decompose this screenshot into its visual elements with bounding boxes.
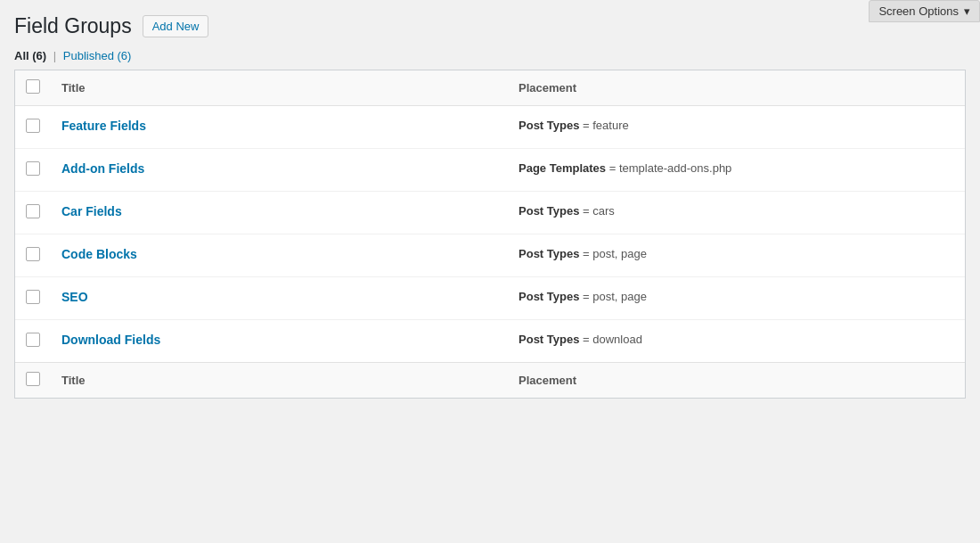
row-checkbox-cell-add-on-fields	[15, 149, 51, 192]
field-groups-table-container: Title Placement Feature Fields Post Type…	[14, 70, 966, 399]
header-placement-cell: Placement	[508, 70, 965, 106]
row-checkbox-cell-download-fields	[15, 320, 51, 363]
footer-title-cell: Title	[51, 363, 508, 399]
row-placement-text-code-blocks: Post Types = post, page	[519, 247, 647, 260]
row-checkbox-cell-feature-fields	[15, 106, 51, 149]
row-placement-text-add-on-fields: Page Templates = template-add-ons.php	[519, 161, 731, 175]
header-title-cell: Title	[51, 70, 508, 106]
row-placement-text-car-fields: Post Types = cars	[519, 204, 615, 218]
footer-placement-cell: Placement	[508, 363, 965, 399]
row-title-link-code-blocks[interactable]: Code Blocks	[61, 247, 137, 261]
row-placement-cell-seo: Post Types = post, page	[508, 277, 965, 320]
screen-options-bar: Screen Options ▾	[869, 0, 980, 22]
row-title-cell-feature-fields: Feature Fields	[51, 106, 508, 149]
filter-separator: |	[53, 49, 56, 62]
table-row: Download Fields Post Types = download	[15, 320, 965, 363]
row-checkbox-cell-car-fields	[15, 192, 51, 234]
table-row: Feature Fields Post Types = feature	[15, 106, 965, 149]
row-title-link-seo[interactable]: SEO	[61, 290, 88, 304]
table-header-row: Title Placement	[15, 70, 965, 106]
select-all-checkbox[interactable]	[26, 79, 40, 94]
row-title-cell-car-fields: Car Fields	[51, 192, 508, 234]
page-wrapper: Screen Options ▾ Field Groups Add New Al…	[0, 0, 980, 409]
row-title-link-feature-fields[interactable]: Feature Fields	[61, 119, 146, 133]
filter-published[interactable]: Published (6)	[63, 49, 132, 62]
header-row: Field Groups Add New	[14, 14, 966, 38]
filter-row: All (6) | Published (6)	[14, 49, 966, 62]
row-checkbox-seo[interactable]	[26, 290, 40, 304]
row-title-cell-seo: SEO	[51, 277, 508, 320]
table-row: Code Blocks Post Types = post, page	[15, 234, 965, 277]
screen-options-arrow-icon: ▾	[964, 4, 970, 18]
row-checkbox-cell-code-blocks	[15, 234, 51, 277]
table-footer-row: Title Placement	[15, 363, 965, 399]
row-placement-text-download-fields: Post Types = download	[519, 333, 642, 346]
row-placement-cell-download-fields: Post Types = download	[508, 320, 965, 363]
row-placement-cell-add-on-fields: Page Templates = template-add-ons.php	[508, 149, 965, 192]
row-title-link-add-on-fields[interactable]: Add-on Fields	[61, 161, 144, 176]
header-checkbox-cell	[15, 70, 51, 106]
table-row: SEO Post Types = post, page	[15, 277, 965, 320]
screen-options-label: Screen Options	[878, 4, 959, 18]
table-row: Car Fields Post Types = cars	[15, 192, 965, 234]
row-checkbox-code-blocks[interactable]	[26, 247, 40, 261]
row-title-link-download-fields[interactable]: Download Fields	[61, 333, 160, 347]
table-row: Add-on Fields Page Templates = template-…	[15, 149, 965, 192]
select-all-footer-checkbox[interactable]	[26, 372, 40, 386]
row-title-cell-code-blocks: Code Blocks	[51, 234, 508, 277]
row-placement-cell-code-blocks: Post Types = post, page	[508, 234, 965, 277]
row-checkbox-cell-seo	[15, 277, 51, 320]
row-placement-cell-car-fields: Post Types = cars	[508, 192, 965, 234]
row-title-link-car-fields[interactable]: Car Fields	[61, 204, 122, 218]
screen-options-button[interactable]: Screen Options ▾	[869, 0, 980, 22]
field-groups-table: Title Placement Feature Fields Post Type…	[15, 70, 965, 398]
row-title-cell-add-on-fields: Add-on Fields	[51, 149, 508, 192]
filter-all[interactable]: All (6)	[14, 49, 50, 62]
row-placement-text-seo: Post Types = post, page	[519, 290, 647, 303]
row-checkbox-car-fields[interactable]	[26, 204, 40, 218]
row-placement-cell-feature-fields: Post Types = feature	[508, 106, 965, 149]
table-body: Feature Fields Post Types = feature Add-…	[15, 106, 965, 363]
row-checkbox-feature-fields[interactable]	[26, 119, 40, 133]
page-title: Field Groups	[14, 14, 132, 38]
row-title-cell-download-fields: Download Fields	[51, 320, 508, 363]
row-checkbox-download-fields[interactable]	[26, 333, 40, 347]
footer-checkbox-cell	[15, 363, 51, 399]
row-checkbox-add-on-fields[interactable]	[26, 161, 40, 176]
add-new-button[interactable]: Add New	[143, 15, 209, 37]
row-placement-text-feature-fields: Post Types = feature	[519, 119, 629, 132]
